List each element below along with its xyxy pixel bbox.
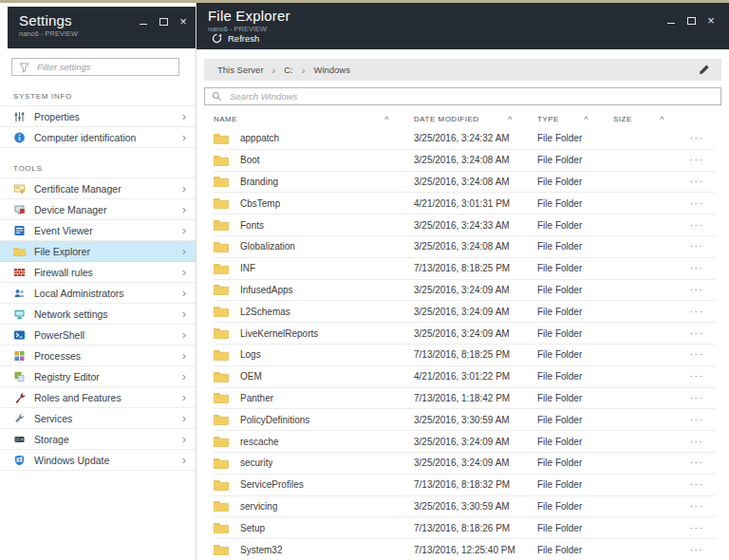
folder-icon xyxy=(214,284,229,295)
search-input[interactable] xyxy=(228,90,714,103)
sidebar-item-computer-identification[interactable]: Computer identification xyxy=(0,127,196,148)
sidebar-item-services[interactable]: Services xyxy=(0,408,196,429)
info-icon xyxy=(13,132,26,143)
table-row[interactable]: Panther 7/13/2016, 1:18:42 PM File Folde… xyxy=(214,388,716,410)
table-row[interactable]: security 3/25/2016, 3:24:09 AM File Fold… xyxy=(214,453,716,475)
settings-body: SYSTEM INFO Properties Computer identifi… xyxy=(0,48,196,560)
folder-icon xyxy=(214,197,229,209)
sidebar-item-certificate-manager[interactable]: Certificate Manager xyxy=(0,178,196,199)
row-actions-button[interactable] xyxy=(678,307,716,317)
filter-settings-input[interactable] xyxy=(35,61,173,73)
sidebar-item-windows-update[interactable]: Windows Update xyxy=(0,450,196,471)
sidebar-item-firewall-rules[interactable]: Firewall rules xyxy=(0,262,196,283)
table-row[interactable]: rescache 3/25/2016, 3:24:09 AM File Fold… xyxy=(214,431,716,453)
sidebar-item-properties[interactable]: Properties xyxy=(0,106,196,127)
caret-up-icon xyxy=(584,115,589,124)
table-row[interactable]: ServiceProfiles 7/13/2016, 8:18:32 PM Fi… xyxy=(214,475,716,496)
certificate-icon xyxy=(13,183,26,195)
file-type: File Folder xyxy=(526,501,602,512)
network-icon xyxy=(13,308,26,320)
row-actions-button[interactable] xyxy=(678,415,716,425)
sidebar-item-powershell[interactable]: PowerShell xyxy=(0,325,196,345)
file-name: security xyxy=(240,457,272,468)
file-explorer-panel: File Explorer nano6 - PREVIEW Refresh Th… xyxy=(196,3,729,560)
chevron-right-icon xyxy=(182,110,186,122)
edit-path-pencil-icon[interactable] xyxy=(698,64,710,76)
sidebar-item-roles-and-features[interactable]: Roles and Features xyxy=(0,387,196,408)
users-icon xyxy=(13,288,26,299)
column-header-date-modified[interactable]: DATE MODIFIED xyxy=(402,115,526,124)
minimize-icon[interactable] xyxy=(139,17,148,27)
row-actions-button[interactable] xyxy=(678,393,716,403)
table-row[interactable]: LiveKernelReports 3/25/2016, 3:24:09 AM … xyxy=(214,323,716,345)
file-list: apppatch 3/25/2016, 3:24:32 AM File Fold… xyxy=(214,128,716,560)
close-icon[interactable] xyxy=(178,17,188,27)
file-date-modified: 4/21/2016, 3:01:31 PM xyxy=(402,198,526,209)
row-actions-button[interactable] xyxy=(678,349,716,360)
row-actions-button[interactable] xyxy=(678,285,716,295)
file-explorer-header: File Explorer nano6 - PREVIEW Refresh xyxy=(196,3,729,49)
row-actions-button[interactable] xyxy=(678,501,716,512)
row-actions-button[interactable] xyxy=(678,241,716,252)
row-actions-button[interactable] xyxy=(678,457,716,468)
table-row[interactable]: CbsTemp 4/21/2016, 3:01:31 PM File Folde… xyxy=(214,193,716,215)
breadcrumb-item-this-server[interactable]: This Server xyxy=(217,65,264,75)
row-actions-button[interactable] xyxy=(678,545,716,555)
table-row[interactable]: OEM 4/21/2016, 3:01:22 PM File Folder xyxy=(214,366,716,388)
sidebar-item-processes[interactable]: Processes xyxy=(0,345,196,366)
sidebar-item-event-viewer[interactable]: Event Viewer xyxy=(0,220,196,241)
sidebar-item-storage[interactable]: Storage xyxy=(0,429,196,450)
sidebar-item-device-manager[interactable]: Device Manager xyxy=(0,199,196,220)
file-name: L2Schemas xyxy=(240,307,290,317)
sidebar-item-local-administrators[interactable]: Local Administrators xyxy=(0,283,196,304)
table-row[interactable]: L2Schemas 3/25/2016, 3:24:09 AM File Fol… xyxy=(214,301,716,323)
file-date-modified: 3/25/2016, 3:30:59 AM xyxy=(402,415,526,425)
file-name: Globalization xyxy=(240,241,295,252)
breadcrumb-item-windows[interactable]: Windows xyxy=(313,65,350,75)
caret-up-icon xyxy=(384,115,389,124)
file-date-modified: 3/25/2016, 3:24:09 AM xyxy=(402,307,526,317)
table-row[interactable]: Branding 3/25/2016, 3:24:08 AM File Fold… xyxy=(214,172,716,194)
maximize-icon[interactable] xyxy=(159,17,168,27)
row-actions-button[interactable] xyxy=(678,177,716,187)
window-controls xyxy=(139,12,188,48)
column-header-type[interactable]: TYPE xyxy=(526,115,602,124)
chevron-right-icon xyxy=(182,287,186,299)
row-actions-button[interactable] xyxy=(678,479,716,490)
table-row[interactable]: servicing 3/25/2016, 3:30:59 AM File Fol… xyxy=(214,496,716,518)
maximize-icon[interactable] xyxy=(686,16,696,26)
table-row[interactable]: InfusedApps 3/25/2016, 3:24:09 AM File F… xyxy=(214,280,716,302)
file-type: File Folder xyxy=(526,133,602,143)
refresh-button[interactable]: Refresh xyxy=(208,31,263,46)
column-header-size[interactable]: SIZE xyxy=(602,115,678,124)
row-actions-button[interactable] xyxy=(678,371,716,382)
row-actions-button[interactable] xyxy=(678,437,716,447)
breadcrumb-item-c[interactable]: C: xyxy=(284,65,293,75)
table-row[interactable]: PolicyDefinitions 3/25/2016, 3:30:59 AM … xyxy=(214,409,716,431)
row-actions-button[interactable] xyxy=(678,220,716,231)
row-actions-button[interactable] xyxy=(678,198,716,209)
file-name: LiveKernelReports xyxy=(240,328,318,339)
row-actions-button[interactable] xyxy=(678,263,716,273)
minimize-icon[interactable] xyxy=(666,16,676,26)
row-actions-button[interactable] xyxy=(678,155,716,165)
file-date-modified: 4/21/2016, 3:01:22 PM xyxy=(402,371,526,382)
column-header-name[interactable]: NAME xyxy=(214,115,402,124)
app-window: Settings nano6 - PREVIEW SYSTEM INFO Pro… xyxy=(0,3,729,560)
row-actions-button[interactable] xyxy=(678,523,716,533)
row-actions-button[interactable] xyxy=(678,133,716,143)
file-date-modified: 7/13/2016, 8:18:25 PM xyxy=(402,263,526,273)
table-row[interactable]: Globalization 3/25/2016, 3:24:08 AM File… xyxy=(214,236,716,258)
sidebar-item-network-settings[interactable]: Network settings xyxy=(0,304,196,325)
row-actions-button[interactable] xyxy=(678,328,716,339)
table-row[interactable]: Boot 3/25/2016, 3:24:08 AM File Folder xyxy=(214,150,716,172)
table-row[interactable]: apppatch 3/25/2016, 3:24:32 AM File Fold… xyxy=(214,128,716,150)
table-row[interactable]: Setup 7/13/2016, 8:18:26 PM File Folder xyxy=(214,517,716,539)
table-row[interactable]: Logs 7/13/2016, 8:18:25 PM File Folder xyxy=(214,345,716,366)
table-row[interactable]: Fonts 3/25/2016, 3:24:33 AM File Folder xyxy=(214,215,716,236)
close-icon[interactable] xyxy=(706,16,716,26)
table-row[interactable]: INF 7/13/2016, 8:18:25 PM File Folder xyxy=(214,258,716,280)
sidebar-item-registry-editor[interactable]: Registry Editor xyxy=(0,366,196,387)
sidebar-item-file-explorer[interactable]: File Explorer xyxy=(0,241,196,262)
table-row[interactable]: System32 7/13/2016, 12:25:40 PM File Fol… xyxy=(214,539,716,560)
